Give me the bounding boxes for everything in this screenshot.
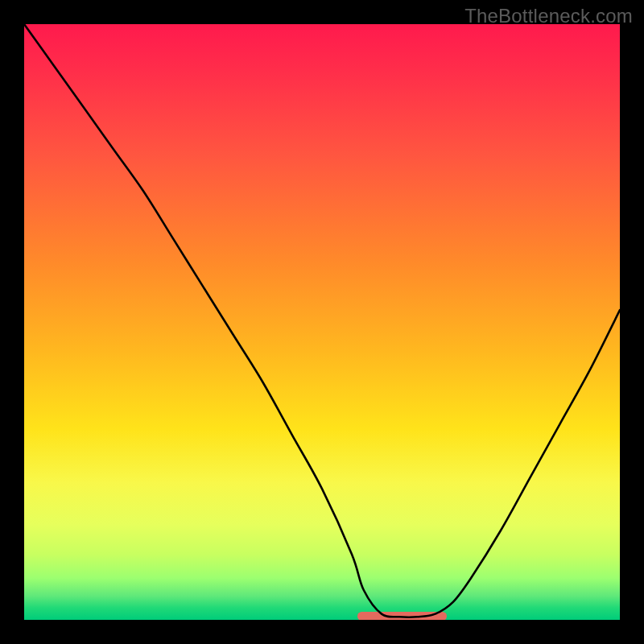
chart-frame: TheBottleneck.com (0, 0, 644, 644)
plot-area (24, 24, 620, 620)
bottleneck-curve (24, 24, 620, 620)
